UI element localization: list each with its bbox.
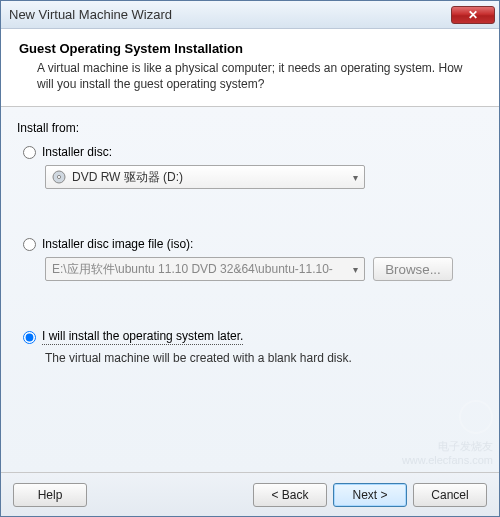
chevron-down-icon: ▾ — [353, 172, 358, 183]
svg-point-1 — [57, 176, 60, 179]
chevron-down-icon: ▾ — [353, 264, 358, 275]
browse-button[interactable]: Browse... — [373, 257, 453, 281]
watermark-text: 电子发烧友 — [402, 439, 493, 454]
header-title: Guest Operating System Installation — [19, 41, 481, 56]
installer-disc-value: DVD RW 驱动器 (D:) — [72, 169, 183, 186]
titlebar: New Virtual Machine Wizard ✕ — [1, 1, 499, 29]
header-description: A virtual machine is like a physical com… — [37, 60, 481, 92]
option-install-later[interactable]: I will install the operating system late… — [23, 329, 483, 345]
installer-disc-row: DVD RW 驱动器 (D:) ▾ — [45, 165, 483, 189]
option-iso[interactable]: Installer disc image file (iso): — [23, 237, 483, 251]
radio-iso[interactable] — [23, 238, 36, 251]
radio-iso-label[interactable]: Installer disc image file (iso): — [42, 237, 193, 251]
radio-install-later-label[interactable]: I will install the operating system late… — [42, 329, 243, 345]
radio-install-later[interactable] — [23, 331, 36, 344]
iso-path-dropdown[interactable]: E:\应用软件\ubuntu 11.10 DVD 32&64\ubuntu-11… — [45, 257, 365, 281]
cancel-button[interactable]: Cancel — [413, 483, 487, 507]
close-icon: ✕ — [468, 9, 478, 21]
help-button[interactable]: Help — [13, 483, 87, 507]
footer: Help < Back Next > Cancel — [1, 472, 499, 516]
close-button[interactable]: ✕ — [451, 6, 495, 24]
installer-disc-dropdown[interactable]: DVD RW 驱动器 (D:) ▾ — [45, 165, 365, 189]
watermark-url: www.elecfans.com — [402, 454, 493, 466]
disc-icon — [52, 170, 66, 184]
content-panel: Install from: Installer disc: DVD RW 驱动器… — [1, 107, 499, 472]
install-later-description: The virtual machine will be created with… — [45, 351, 483, 365]
option-installer-disc[interactable]: Installer disc: — [23, 145, 483, 159]
iso-row: E:\应用软件\ubuntu 11.10 DVD 32&64\ubuntu-11… — [45, 257, 483, 281]
next-button[interactable]: Next > — [333, 483, 407, 507]
watermark-logo-icon — [459, 400, 493, 434]
radio-installer-disc-label[interactable]: Installer disc: — [42, 145, 112, 159]
iso-path-value: E:\应用软件\ubuntu 11.10 DVD 32&64\ubuntu-11… — [52, 261, 333, 278]
back-button[interactable]: < Back — [253, 483, 327, 507]
watermark: 电子发烧友 www.elecfans.com — [402, 400, 493, 466]
header-panel: Guest Operating System Installation A vi… — [1, 29, 499, 107]
install-from-label: Install from: — [17, 121, 483, 135]
window-title: New Virtual Machine Wizard — [9, 7, 451, 22]
radio-installer-disc[interactable] — [23, 146, 36, 159]
wizard-window: New Virtual Machine Wizard ✕ Guest Opera… — [0, 0, 500, 517]
